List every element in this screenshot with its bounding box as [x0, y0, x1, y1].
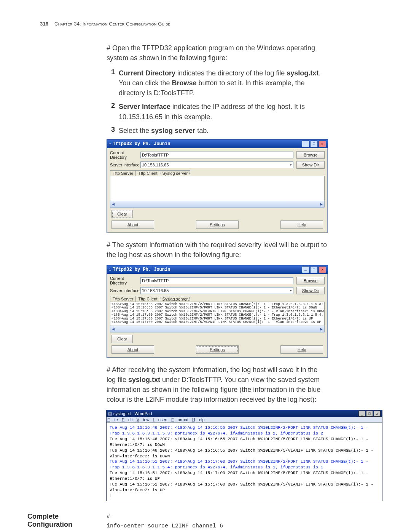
log-line: Vlan-interface2: is DOWN — [110, 454, 379, 459]
log-line: Trap 1.3.6.1.6.3.1.1.5.4: portIndex is 4… — [110, 465, 379, 470]
browse-button[interactable]: Browse — [296, 277, 325, 284]
browse-button[interactable]: Browse — [296, 151, 325, 159]
menu-insert[interactable]: Insert — [153, 417, 168, 422]
list-text: Server interface indicates the IP addres… — [119, 102, 327, 121]
minimize-button[interactable]: _ — [358, 411, 365, 417]
horizontal-scrollbar[interactable]: ◀ ▶ — [110, 201, 325, 208]
page-header: 316 Chapter 34: Information Center Confi… — [40, 21, 170, 27]
minimize-button[interactable]: _ — [302, 266, 309, 273]
list-text: Current Directory indicates the director… — [119, 68, 327, 98]
tab-bar: Tftp ServerTftp ClientSyslog server — [110, 296, 325, 302]
scroll-right-icon[interactable]: ▶ — [319, 202, 324, 206]
log-line: | — [110, 493, 379, 498]
maximize-button[interactable]: □ — [310, 141, 318, 147]
settings-button[interactable]: Settings — [196, 345, 239, 354]
list-number: 2 — [107, 102, 115, 121]
syslog-output[interactable]: <185>Aug 14 15:16:55 2007 Switch %%10L2I… — [110, 302, 325, 326]
clear-button[interactable]: Clear — [112, 335, 133, 343]
document-body[interactable]: Tue Aug 14 15:16:46 2007: <185>Aug 14 15… — [107, 423, 382, 501]
mid-paragraph: # The system information with the requir… — [107, 240, 327, 260]
after-paragraph: # After receiving the system information… — [107, 365, 327, 404]
app-icon: ⌂ — [108, 267, 111, 272]
page-number: 316 — [40, 21, 48, 27]
log-line: Ethernet1/0/7: is UP — [110, 476, 379, 482]
tab-syslog-server[interactable]: Syslog server — [160, 170, 191, 176]
log-line: Trap 1.3.6.1.6.3.1.1.5.3: portIndex is 4… — [110, 431, 379, 436]
menu-help[interactable]: Help — [192, 417, 205, 422]
server-interface-select[interactable]: 10.153.116.65 — [140, 161, 293, 168]
list-number: 1 — [107, 68, 115, 98]
list-text: Select the syslog server tab. — [119, 126, 327, 136]
menu-file[interactable]: File — [107, 417, 118, 422]
current-directory-label: Current Directory — [110, 150, 140, 160]
close-button[interactable]: ✕ — [319, 266, 326, 273]
log-line: Ethernet1/0/7: is DOWN — [110, 442, 379, 448]
numbered-list: 1Current Directory indicates the directo… — [107, 68, 327, 136]
log-line: Tue Aug 14 15:16:46 2007: <185>Aug 14 15… — [110, 425, 379, 431]
list-item: 1Current Directory indicates the directo… — [107, 68, 327, 98]
tab-syslog-server[interactable]: Syslog server — [160, 296, 191, 302]
close-button[interactable]: ✕ — [319, 141, 326, 147]
horizontal-scrollbar[interactable]: ◀ ▶ — [110, 326, 325, 332]
help-button[interactable]: Help — [280, 220, 323, 229]
log-line: Tue Aug 14 15:16:46 2007: <188>Aug 14 15… — [110, 436, 379, 442]
syslog-output[interactable] — [110, 176, 325, 201]
titlebar[interactable]: ▤ syslog.txt - WordPad _ □ x — [107, 410, 382, 417]
list-number: 3 — [107, 126, 115, 136]
tab-tftp-client[interactable]: Tftp Client — [135, 170, 160, 176]
intro-paragraph: # Open the TFTPD32 application program o… — [107, 43, 327, 63]
titlebar[interactable]: ⌂ Tftpd32 by Ph. Jounin _ □ ✕ — [107, 140, 328, 148]
current-directory-input[interactable]: D:\Tools\TFTP — [140, 152, 293, 158]
log-line: Vlan-interface2: is UP — [110, 487, 379, 493]
menu-view[interactable]: View — [137, 417, 150, 422]
settings-button[interactable]: Settings — [196, 220, 239, 229]
tab-tftp-client[interactable]: Tftp Client — [135, 296, 160, 302]
maximize-button[interactable]: □ — [310, 266, 318, 273]
chapter-title: Chapter 34: Information Center Configura… — [54, 21, 170, 27]
window-title: Tftpd32 by Ph. Jounin — [113, 267, 170, 272]
wordpad-window: ▤ syslog.txt - WordPad _ □ x FileEditVie… — [106, 410, 382, 501]
current-directory-input[interactable]: D:\Tools\TFTP — [140, 277, 293, 284]
scroll-right-icon[interactable]: ▶ — [319, 327, 324, 331]
log-line: Tue Aug 14 15:16:51 2007: <188>Aug 14 15… — [110, 482, 379, 487]
menu-format[interactable]: Format — [171, 417, 188, 422]
list-item: 2Server interface indicates the IP addre… — [107, 102, 327, 121]
tftpd32-window-1: ⌂ Tftpd32 by Ph. Jounin _ □ ✕ Current Di… — [107, 139, 328, 233]
log-line: Tue Aug 14 15:16:46 2007: <188>Aug 14 15… — [110, 448, 379, 454]
window-title: Tftpd32 by Ph. Jounin — [113, 141, 170, 147]
list-item: 3Select the syslog server tab. — [107, 126, 327, 136]
clear-button[interactable]: Clear — [112, 210, 133, 218]
show-dir-button[interactable]: Show Dir — [296, 287, 325, 294]
scroll-left-icon[interactable]: ◀ — [110, 202, 116, 206]
maximize-button[interactable]: □ — [366, 411, 373, 417]
doc-icon: ▤ — [108, 411, 112, 416]
section-heading: Complete Configuration — [27, 513, 104, 529]
server-interface-select[interactable]: 10.153.116.65 — [140, 287, 293, 294]
minimize-button[interactable]: _ — [302, 141, 309, 147]
current-directory-label: Current Directory — [110, 276, 140, 285]
menu-bar[interactable]: FileEditViewInsertFormatHelp — [107, 417, 382, 423]
titlebar[interactable]: ⌂ Tftpd32 by Ph. Jounin _ □ ✕ — [107, 265, 328, 274]
config-code: # info-center source L2INF channel 6 und… — [107, 513, 327, 532]
tftpd32-window-2: ⌂ Tftpd32 by Ph. Jounin _ □ ✕ Current Di… — [107, 265, 328, 358]
scroll-left-icon[interactable]: ◀ — [110, 327, 116, 331]
server-interface-label: Server interface — [110, 288, 140, 293]
log-line: Tue Aug 14 15:16:51 2007: <185>Aug 14 15… — [110, 459, 379, 465]
tab-tftp-server[interactable]: Tftp Server — [110, 296, 136, 302]
window-title: syslog.txt - WordPad — [113, 411, 152, 416]
log-line: Tue Aug 14 15:16:51 2007: <188>Aug 14 15… — [110, 470, 379, 476]
about-button[interactable]: About — [112, 220, 154, 229]
show-dir-button[interactable]: Show Dir — [296, 161, 325, 169]
help-button[interactable]: Help — [280, 345, 323, 354]
tab-tftp-server[interactable]: Tftp Server — [110, 170, 136, 176]
close-button[interactable]: x — [374, 411, 381, 417]
server-interface-label: Server interface — [110, 163, 140, 167]
menu-edit[interactable]: Edit — [122, 417, 133, 422]
app-icon: ⌂ — [108, 141, 111, 147]
about-button[interactable]: About — [112, 345, 154, 354]
tab-bar: Tftp ServerTftp ClientSyslog server — [110, 170, 325, 176]
